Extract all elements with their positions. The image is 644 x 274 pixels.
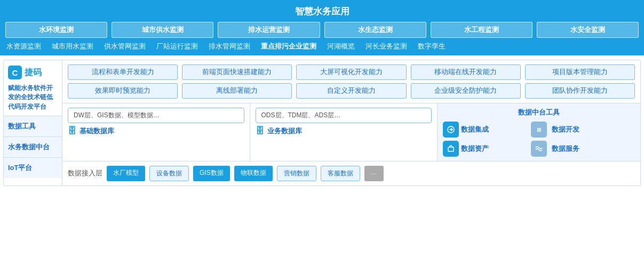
data-left: DW层、GIS数据、模型数据… 🗄 基础数据库	[62, 103, 250, 161]
logo-text: 捷码	[25, 67, 42, 78]
jiema-btn-0-1[interactable]: 前端页面快速搭建能力	[182, 65, 292, 80]
data-tools-grid: 数据集成 ⊞ 数据开发 数据	[443, 122, 635, 157]
sidebar-top: C 捷码 赋能水务软件开发的全技术链低代码开发平台	[4, 60, 62, 116]
dt-divider-2	[529, 141, 548, 157]
top-subcategories: 水资源监测城市用水监测供水管网监测厂站运行监测排水管网监测重点排污企业监测河湖概…	[5, 42, 639, 51]
iot-btn-5[interactable]: 客服数据	[321, 166, 360, 181]
dt-code-icon: ⊞	[531, 122, 547, 138]
left-db-card: DW层、GIS数据、模型数据…	[68, 108, 244, 123]
dt-integrate-label: 数据集成	[461, 125, 489, 134]
data-asset-icon	[443, 141, 459, 157]
data-section: DW层、GIS数据、模型数据… 🗄 基础数据库 ODS层、TDM层、ADS层… …	[62, 103, 640, 162]
jiema-btn-1-0[interactable]: 效果即时预览能力	[68, 83, 178, 99]
middle-db-card-text: ODS层、TDM层、ADS层…	[261, 111, 341, 119]
top-subcat-4[interactable]: 排水管网监测	[209, 42, 250, 51]
top-subcat-0[interactable]: 水资源监测	[6, 42, 41, 51]
jiema-btn-1-1[interactable]: 离线部署能力	[182, 83, 292, 99]
middle-db-card: ODS层、TDM层、ADS层…	[256, 108, 432, 123]
dt-service-label: 数据服务	[552, 144, 579, 154]
top-subcat-8[interactable]: 数字孪生	[418, 42, 446, 51]
dt-cell-develop: 数据开发	[552, 122, 635, 138]
middle-db-label: 🗄 业务数据库	[256, 126, 432, 136]
top-subcat-3[interactable]: 厂站运行监测	[156, 42, 198, 51]
sidebar-desc: 赋能水务软件开发的全技术链低代码开发平台	[8, 84, 58, 111]
top-cat-btn-3[interactable]: 水生态监测	[324, 22, 426, 38]
top-subcat-2[interactable]: 供水管网监测	[104, 42, 146, 51]
page-title: 智慧水务应用	[5, 3, 639, 22]
jiema-section: 流程和表单开发能力前端页面快速搭建能力大屏可视化开发能力移动端在线开发能力项目版…	[62, 60, 640, 103]
iot-buttons: 水厂模型设备数据GIS数据物联数据营销数据客服数据…	[107, 166, 384, 181]
left-db-text: 基础数据库	[79, 126, 114, 136]
jiema-row-1: 流程和表单开发能力前端页面快速搭建能力大屏可视化开发能力移动端在线开发能力项目版…	[68, 65, 635, 80]
sidebar-item-data-tools[interactable]: 数据工具	[4, 116, 62, 137]
left-sidebar: C 捷码 赋能水务软件开发的全技术链低代码开发平台 数据工具 水务数据中台 Io…	[4, 60, 62, 186]
left-db-icon: 🗄	[68, 126, 76, 136]
iot-btn-0[interactable]: 水厂模型	[107, 166, 145, 181]
data-tools-title: 数据中台工具	[443, 108, 635, 117]
middle-db-text: 业务数据库	[267, 126, 302, 136]
sidebar-item-iot[interactable]: IoT平台	[4, 158, 62, 178]
top-subcat-5[interactable]: 重点排污企业监测	[261, 42, 316, 51]
sidebar-item-water-data[interactable]: 水务数据中台	[4, 137, 62, 158]
dt-cell-service: 数据服务	[552, 141, 635, 157]
main-area: 流程和表单开发能力前端页面快速搭建能力大屏可视化开发能力移动端在线开发能力项目版…	[62, 60, 640, 186]
jiema-btn-0-4[interactable]: 项目版本管理能力	[525, 65, 635, 80]
top-cat-btn-4[interactable]: 水工程监测	[431, 22, 532, 38]
jiema-btn-0-2[interactable]: 大屏可视化开发能力	[296, 65, 406, 80]
dt-cell-asset: 数据资产	[443, 141, 526, 157]
top-section: 智慧水务应用 水环境监测城市供水监测排水运营监测水生态监测水工程监测水安全监测 …	[0, 0, 644, 55]
dt-develop-label: 数据开发	[552, 125, 579, 134]
iot-btn-6[interactable]: …	[364, 166, 384, 181]
jiema-btn-1-2[interactable]: 自定义开发能力	[296, 83, 406, 99]
logo-icon: C	[8, 66, 22, 79]
data-middle: ODS层、TDM层、ADS层… 🗄 业务数据库	[250, 103, 438, 161]
top-cat-btn-5[interactable]: 水安全监测	[537, 22, 639, 38]
dt-asset-label: 数据资产	[461, 144, 489, 154]
top-categories: 水环境监测城市供水监测排水运营监测水生态监测水工程监测水安全监测	[5, 22, 639, 38]
left-db-label: 🗄 基础数据库	[68, 126, 244, 136]
top-cat-btn-0[interactable]: 水环境监测	[5, 22, 107, 38]
iot-label: 数据接入层	[68, 169, 102, 178]
top-subcat-7[interactable]: 河长业务监测	[365, 42, 407, 51]
bottom-section: C 捷码 赋能水务软件开发的全技术链低代码开发平台 数据工具 水务数据中台 Io…	[3, 60, 641, 186]
top-subcat-1[interactable]: 城市用水监测	[52, 42, 93, 51]
jiema-row-2: 效果即时预览能力离线部署能力自定义开发能力企业级安全防护能力团队协作开发能力	[68, 83, 635, 99]
middle-db-icon: 🗄	[256, 126, 264, 136]
data-right: 数据中台工具 数据集成 ⊞ 数据	[438, 103, 640, 161]
top-cat-btn-1[interactable]: 城市供水监测	[112, 22, 213, 38]
top-subcat-6[interactable]: 河湖概览	[327, 42, 355, 51]
top-cat-btn-2[interactable]: 排水运营监测	[218, 22, 320, 38]
iot-btn-3[interactable]: 物联数据	[234, 166, 273, 181]
jiema-btn-1-3[interactable]: 企业级安全防护能力	[411, 83, 521, 99]
iot-section: 数据接入层 水厂模型设备数据GIS数据物联数据营销数据客服数据…	[62, 162, 640, 186]
jiema-btn-0-3[interactable]: 移动端在线开发能力	[411, 65, 521, 80]
dt-divider-1: ⊞	[529, 122, 548, 138]
jiema-btn-0-0[interactable]: 流程和表单开发能力	[68, 65, 178, 80]
jiema-btn-1-4[interactable]: 团队协作开发能力	[525, 83, 635, 99]
iot-btn-2[interactable]: GIS数据	[193, 166, 230, 181]
iot-btn-1[interactable]: 设备数据	[149, 166, 189, 181]
logo-row: C 捷码	[8, 66, 58, 79]
dt-cell-integrate: 数据集成	[443, 122, 526, 138]
dt-wave-icon	[531, 141, 547, 157]
data-integrate-icon	[443, 122, 459, 138]
left-db-card-text: DW层、GIS数据、模型数据…	[74, 111, 160, 119]
iot-btn-4[interactable]: 营销数据	[277, 166, 316, 181]
svg-rect-1	[448, 147, 454, 151]
